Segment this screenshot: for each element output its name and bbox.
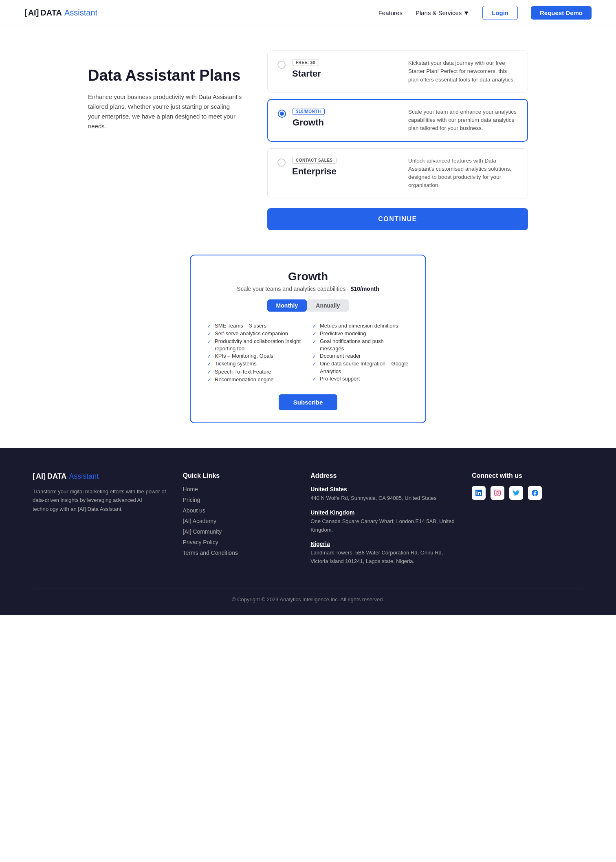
plan-card-starter[interactable]: FREE: $0 Starter Kickstart your data jou… [267, 51, 528, 92]
check-icon: ✓ [207, 353, 211, 360]
left-panel: Data Assistant Plans Enhance your busine… [88, 51, 243, 131]
billing-toggle: Monthly Annually [207, 299, 409, 312]
facebook-icon[interactable] [528, 486, 542, 500]
login-button[interactable]: Login [482, 6, 518, 20]
address-ng: Nigeria Landmark Towers, 5B8 Water Corpo… [310, 541, 455, 566]
feature-item: ✓Ticketing systems [207, 360, 304, 368]
request-demo-button[interactable]: Request Demo [531, 6, 592, 20]
feature-item: ✓Speech-To-Text Feature [207, 368, 304, 376]
check-icon: ✓ [207, 361, 211, 368]
footer-link-community[interactable]: [AI] Community [183, 528, 295, 535]
plan-desc-growth: Scale your team and enhance your analyti… [408, 108, 517, 133]
footer-link-home[interactable]: Home [183, 486, 295, 493]
page-description: Enhance your business productivity with … [88, 92, 243, 131]
plan-card-enterprise[interactable]: CONTACT SALES Enterprise Unlock advanced… [267, 148, 528, 198]
footer-link-about[interactable]: About us [183, 507, 295, 514]
plan-desc-enterprise: Unlock advanced features with Data Assis… [408, 157, 518, 190]
navbar: [AI] DATA Assistant Features Plans & Ser… [0, 0, 616, 26]
feature-item: ✓Self-serve analytics companion [207, 330, 304, 338]
growth-detail-section: Growth Scale your teams and analytics ca… [165, 255, 451, 424]
nav-links: Features Plans & Services ▼ Login Reques… [378, 6, 592, 20]
feature-item: ✓Predictive modeling [312, 330, 409, 338]
toggle-monthly[interactable]: Monthly [267, 299, 307, 312]
plan-badge-growth: $10/MONTH [293, 108, 325, 115]
logo-assistant: Assistant [64, 8, 97, 18]
plan-badge-row-enterprise: CONTACT SALES [292, 157, 402, 164]
feature-item: ✓SME Teams – 3 users [207, 322, 304, 330]
footer-address-title: Address [310, 472, 455, 479]
page-title: Data Assistant Plans [88, 67, 243, 85]
footer-address-col: Address United States 440 N Wolfe Rd, Su… [310, 472, 455, 572]
feature-item: ✓Goal notifications and push messages [312, 338, 409, 352]
footer-link-pricing[interactable]: Pricing [183, 497, 295, 503]
plan-desc-starter: Kickstart your data journey with our fre… [408, 59, 518, 84]
instagram-icon[interactable] [491, 486, 504, 500]
features-left: ✓SME Teams – 3 users ✓Self-serve analyti… [207, 322, 304, 384]
check-icon: ✓ [312, 323, 317, 330]
address-uk: United Kingdom One Canada Square Canary … [310, 509, 455, 534]
feature-item: ✓Recommendation engine [207, 376, 304, 384]
address-us-name: United States [310, 486, 455, 493]
plan-info-enterprise: CONTACT SALES Enterprise [292, 157, 402, 177]
check-icon: ✓ [207, 330, 211, 338]
footer-link-academy[interactable]: [AI] Academy [183, 518, 295, 524]
plan-card-growth[interactable]: $10/MONTH Growth Scale your team and enh… [267, 99, 528, 142]
feature-item: ✓KPIs – Monitoring, Goals [207, 352, 304, 360]
plan-radio-enterprise[interactable] [277, 158, 286, 167]
plan-info-starter: FREE: $0 Starter [292, 59, 402, 79]
plan-name-starter: Starter [292, 68, 402, 79]
toggle-annually[interactable]: Annually [307, 299, 349, 312]
feature-item: ✓One data source Integration – Google An… [312, 360, 409, 375]
footer-quick-links-title: Quick Links [183, 472, 295, 479]
feature-item: ✓Productivity and collaboration insight … [207, 338, 304, 352]
logo-bracket: [ [24, 8, 27, 18]
logo: [AI] DATA Assistant [24, 8, 97, 18]
footer-description: Transform your digital marketing efforts… [33, 487, 167, 513]
plan-badge-enterprise: CONTACT SALES [292, 157, 337, 164]
linkedin-icon[interactable] [472, 486, 486, 500]
main-content: Data Assistant Plans Enhance your busine… [64, 26, 552, 246]
growth-card: Growth Scale your teams and analytics ca… [190, 255, 426, 424]
check-icon: ✓ [312, 353, 317, 360]
check-icon: ✓ [312, 338, 317, 345]
plan-name-enterprise: Enterprise [292, 166, 402, 177]
footer-connect-col: Connect with us [472, 472, 583, 572]
growth-card-subtitle: Scale your teams and analytics capabilit… [207, 286, 409, 292]
features-right: ✓Metrics and dimension definitions ✓Pred… [312, 322, 409, 384]
logo-ai: AI] [28, 8, 39, 18]
nav-features[interactable]: Features [378, 9, 403, 16]
plan-badge-row-starter: FREE: $0 [292, 59, 402, 66]
features-grid: ✓SME Teams – 3 users ✓Self-serve analyti… [207, 322, 409, 384]
continue-button[interactable]: CONTINUE [267, 208, 528, 230]
plan-radio-starter[interactable] [277, 61, 286, 69]
nav-plans[interactable]: Plans & Services ▼ [416, 9, 469, 16]
logo-data: DATA [40, 8, 62, 18]
continue-section: CONTINUE [267, 208, 528, 230]
plan-cards: FREE: $0 Starter Kickstart your data jou… [267, 51, 528, 230]
footer-quick-links-col: Quick Links Home Pricing About us [AI] A… [183, 472, 295, 572]
plan-info-growth: $10/MONTH Growth [293, 108, 402, 128]
plan-badge-starter: FREE: $0 [292, 59, 319, 66]
feature-item: ✓Pro-level support [312, 375, 409, 383]
chevron-down-icon: ▼ [463, 9, 469, 16]
copyright-text: © Copyright © 2023 Analytics Intelligenc… [232, 596, 384, 603]
check-icon: ✓ [207, 338, 211, 345]
plan-name-growth: Growth [293, 117, 402, 128]
address-us-text: 440 N Wolfe Rd, Sunnyvale, CA 94085, Uni… [310, 495, 436, 501]
plan-badge-row-growth: $10/MONTH [293, 108, 402, 115]
social-icons [472, 486, 583, 500]
footer-link-terms[interactable]: Terms and Conditions [183, 550, 295, 556]
feature-item: ✓Metrics and dimension definitions [312, 322, 409, 330]
address-uk-name: United Kingdom [310, 509, 455, 516]
address-us: United States 440 N Wolfe Rd, Sunnyvale,… [310, 486, 455, 503]
plan-radio-growth[interactable] [278, 110, 286, 118]
subscribe-button[interactable]: Subscribe [279, 394, 338, 410]
footer-link-privacy[interactable]: Privacy Policy [183, 539, 295, 545]
footer-connect-title: Connect with us [472, 472, 583, 479]
address-ng-name: Nigeria [310, 541, 455, 547]
address-uk-text: One Canada Square Canary Wharf, London E… [310, 518, 454, 533]
footer-logo: [AI] DATA Assistant [33, 472, 167, 481]
twitter-icon[interactable] [509, 486, 523, 500]
footer-brand-col: [AI] DATA Assistant Transform your digit… [33, 472, 167, 572]
check-icon: ✓ [312, 330, 317, 338]
